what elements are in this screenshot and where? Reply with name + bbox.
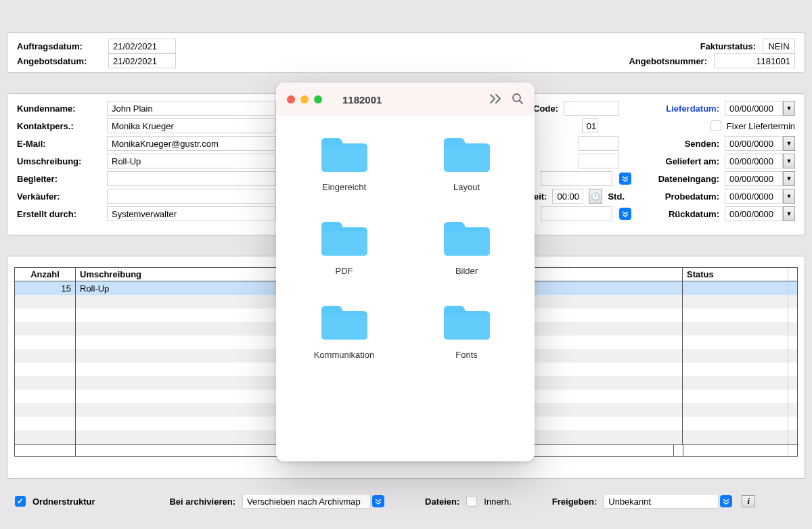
umschreibung-label: Umschreibung: [17,156,102,166]
chevron-down-icon[interactable]: ▼ [783,171,795,186]
chevron-down-icon[interactable]: ▼ [783,101,795,116]
ordnerstruktur-checkbox[interactable] [15,496,26,507]
dateien-label: Dateien: [425,497,459,507]
folder-item[interactable]: PDF [295,219,393,276]
lieferdatum-field[interactable]: 00/00/0000 ▼ [725,101,795,116]
dateien-checkbox[interactable] [466,496,477,507]
traffic-lights [287,95,322,104]
hidden-dropdown-2[interactable] [541,206,612,221]
folder-label: Bilder [455,266,478,276]
kontaktpers-field[interactable]: Monika Krueger [107,118,276,133]
cell-status [683,390,788,403]
chevron-down-icon[interactable]: ▼ [783,136,795,151]
clock-icon[interactable]: 🕐 [589,189,602,204]
ruckdatum-field[interactable]: 00/00/0000 ▼ [725,206,795,221]
hidden-dropdown-1[interactable] [541,171,612,186]
umschreibung-field[interactable]: Roll-Up [107,154,276,168]
finder-window[interactable]: 1182001 EingereichtLayoutPDFBilderKommun… [276,83,535,461]
hidden-field-2[interactable] [579,154,619,168]
cell-anzahl [15,403,76,417]
verkaufer-field[interactable] [107,189,276,204]
lieferdatum-label: Lieferdatum: [654,104,719,114]
angebotsdatum-field[interactable]: 21/02/2021 [108,53,176,68]
chevron-down-icon[interactable] [372,495,384,507]
senden-field[interactable]: 00/00/0000 ▼ [725,136,795,151]
auftragsdatum-label: Auftragsdatum: [17,41,102,51]
freigeben-select[interactable]: Unbekannt [604,494,732,509]
email-label: E-Mail: [17,139,102,149]
info-button[interactable]: i [742,495,755,507]
folder-icon [319,135,370,177]
folder-label: Layout [453,182,480,192]
fakturstatus-field[interactable]: NEIN [763,39,795,53]
cell-status [683,417,788,430]
cell-status [683,430,788,444]
email-field[interactable]: MonikaKrueger@gustr.com [107,136,276,151]
hidden-field-1[interactable] [579,136,619,151]
window-close-button[interactable] [287,95,295,104]
folder-item[interactable]: Fonts [418,303,516,360]
begleiter-label: Begleiter: [17,174,102,184]
folder-item[interactable]: Layout [418,135,516,192]
cell-anzahl [15,376,76,390]
std-label: Std. [608,191,625,202]
folder-icon [319,303,370,344]
col-status[interactable]: Status [683,268,788,281]
window-maximize-button[interactable] [314,95,322,104]
search-icon[interactable] [512,93,524,107]
folder-label: Kommunikation [314,350,375,360]
folder-item[interactable]: Bilder [418,219,516,276]
col-anzahl[interactable]: Anzahl [15,268,76,281]
cell-status [683,336,788,349]
angebotsnummer-label: Angebotsnummer: [629,56,707,66]
cell-status [683,349,788,363]
cell-status [683,322,788,336]
fixer-liefertermin-checkbox[interactable] [710,120,721,131]
fixer-liefertermin-label: Fixer Liefertermin [727,121,795,131]
geliefert-field[interactable]: 00/00/0000 ▼ [725,154,795,168]
begleiter-field[interactable] [107,171,276,186]
folder-label: Eingereicht [322,182,366,192]
cell-status [683,376,788,390]
cell-status [683,403,788,417]
dateneingang-field[interactable]: 00/00/0000 ▼ [725,171,795,186]
folder-icon [441,303,493,344]
kundenname-label: Kundenname: [17,104,102,114]
cell-anzahl [15,390,76,403]
window-minimize-button[interactable] [300,95,309,104]
kundenname-field[interactable]: John Plain [107,101,276,116]
geliefert-label: Geliefert am: [654,156,719,166]
cell-status [683,295,788,308]
angebotsnummer-field[interactable]: 1181001 [714,53,795,68]
chevron-right-double-icon[interactable] [489,93,502,106]
code-field[interactable] [564,101,619,116]
freigeben-label: Freigeben: [552,497,597,507]
ruckdatum-label: Rückdatum: [654,209,719,219]
probedatum-field[interactable]: 00/00/0000 ▼ [725,189,795,204]
finder-titlebar[interactable]: 1182001 [276,83,535,116]
folder-item[interactable]: Kommunikation [295,303,393,360]
cell-anzahl [15,430,76,444]
cell-anzahl [15,308,76,322]
partial-field[interactable]: 01 [582,118,598,133]
chevron-down-icon[interactable]: ▼ [783,206,795,221]
zeit-field[interactable]: 00:00 [552,189,583,204]
code-label: Code: [533,104,558,114]
cell-anzahl [15,363,76,376]
chevron-down-icon[interactable] [619,172,631,185]
auftragsdatum-field[interactable]: 21/02/2021 [108,39,176,53]
erstellt-label: Erstellt durch: [17,209,102,219]
cell-anzahl [15,322,76,336]
svg-point-0 [513,94,520,101]
archivieren-select[interactable]: Verschieben nach Archivmap [242,494,384,509]
innerh-label: Innerh. [484,497,511,507]
svg-line-1 [520,101,522,104]
chevron-down-icon[interactable] [720,495,732,507]
verkaufer-label: Verkäufer: [17,191,102,202]
chevron-down-icon[interactable] [619,208,631,220]
chevron-down-icon[interactable]: ▼ [783,189,795,204]
folder-item[interactable]: Eingereicht [295,135,393,192]
erstellt-field[interactable]: Systemverwalter [107,206,276,221]
cell-anzahl [15,417,76,430]
chevron-down-icon[interactable]: ▼ [783,154,795,168]
